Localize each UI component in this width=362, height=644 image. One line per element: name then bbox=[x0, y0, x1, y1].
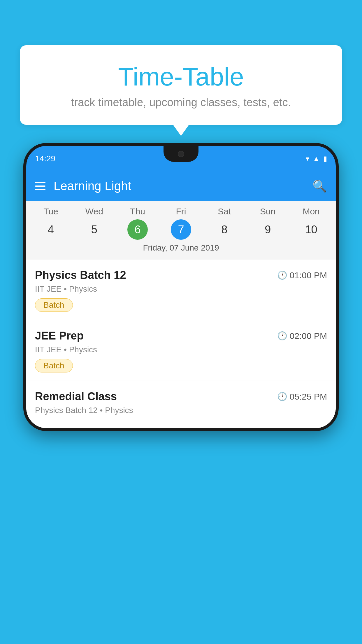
status-bar: 14:29 ▾ ▲ ▮ bbox=[26, 146, 336, 172]
day-header-sun[interactable]: Sun bbox=[246, 206, 289, 216]
date-5[interactable]: 5 bbox=[73, 219, 116, 240]
schedule-time-label-1: 01:00 PM bbox=[290, 270, 327, 280]
selected-date-label: Friday, 07 June 2019 bbox=[29, 243, 333, 257]
status-icons: ▾ ▲ ▮ bbox=[306, 155, 327, 163]
app-title: Learning Light bbox=[54, 179, 312, 193]
day-header-fri[interactable]: Fri bbox=[159, 206, 203, 216]
schedule-time-3: 🕐 05:25 PM bbox=[277, 392, 327, 402]
batch-badge-1: Batch bbox=[35, 298, 73, 312]
schedule-item-2-header: JEE Prep 🕐 02:00 PM bbox=[35, 330, 327, 342]
hamburger-line-1 bbox=[35, 182, 45, 183]
hamburger-line-2 bbox=[35, 186, 45, 187]
schedule-item-1-header: Physics Batch 12 🕐 01:00 PM bbox=[35, 269, 327, 281]
speech-bubble-container: Time-Table track timetable, upcoming cla… bbox=[20, 45, 342, 125]
phone-inner: 14:29 ▾ ▲ ▮ Learning Light 🔍 bbox=[26, 146, 336, 428]
wifi-icon: ▾ bbox=[306, 155, 309, 163]
hamburger-line-3 bbox=[35, 189, 45, 190]
schedule-title-3: Remedial Class bbox=[35, 390, 117, 403]
schedule-item-3-header: Remedial Class 🕐 05:25 PM bbox=[35, 390, 327, 403]
day-header-thu[interactable]: Thu bbox=[116, 206, 159, 216]
day-numbers: 4 5 6 7 8 9 10 bbox=[29, 219, 333, 240]
schedule-title-2: JEE Prep bbox=[35, 330, 84, 342]
camera-dot bbox=[178, 151, 184, 157]
schedule-sub-1: IIT JEE • Physics bbox=[35, 284, 327, 294]
status-time: 14:29 bbox=[35, 154, 55, 163]
schedule-time-1: 🕐 01:00 PM bbox=[277, 270, 327, 280]
app-header: Learning Light 🔍 bbox=[26, 172, 336, 201]
schedule-item-3[interactable]: Remedial Class 🕐 05:25 PM Physics Batch … bbox=[26, 381, 336, 428]
phone-wrapper: 14:29 ▾ ▲ ▮ Learning Light 🔍 bbox=[23, 143, 339, 644]
battery-icon: ▮ bbox=[323, 155, 327, 163]
schedule-time-label-2: 02:00 PM bbox=[290, 331, 327, 341]
date-8[interactable]: 8 bbox=[203, 219, 246, 240]
hamburger-menu-button[interactable] bbox=[35, 182, 45, 190]
clock-icon-1: 🕐 bbox=[277, 270, 287, 280]
schedule-sub-3: Physics Batch 12 • Physics bbox=[35, 406, 327, 415]
clock-icon-2: 🕐 bbox=[277, 331, 287, 341]
date-4[interactable]: 4 bbox=[29, 219, 73, 240]
schedule-item-1[interactable]: Physics Batch 12 🕐 01:00 PM IIT JEE • Ph… bbox=[26, 260, 336, 320]
signal-icon: ▲ bbox=[313, 155, 320, 163]
day-headers: Tue Wed Thu Fri Sat Sun Mon bbox=[29, 206, 333, 216]
schedule-title-1: Physics Batch 12 bbox=[35, 269, 126, 281]
day-header-tue[interactable]: Tue bbox=[29, 206, 73, 216]
calendar-strip: Tue Wed Thu Fri Sat Sun Mon 4 5 6 7 8 9 … bbox=[26, 201, 336, 260]
day-header-mon[interactable]: Mon bbox=[289, 206, 333, 216]
batch-badge-2: Batch bbox=[35, 359, 73, 372]
day-header-sat[interactable]: Sat bbox=[203, 206, 246, 216]
date-10[interactable]: 10 bbox=[289, 219, 333, 240]
schedule-list: Physics Batch 12 🕐 01:00 PM IIT JEE • Ph… bbox=[26, 260, 336, 428]
schedule-item-2[interactable]: JEE Prep 🕐 02:00 PM IIT JEE • Physics Ba… bbox=[26, 320, 336, 381]
schedule-sub-2: IIT JEE • Physics bbox=[35, 345, 327, 354]
schedule-time-label-3: 05:25 PM bbox=[290, 392, 327, 402]
bubble-subtitle: track timetable, upcoming classes, tests… bbox=[34, 96, 328, 109]
clock-icon-3: 🕐 bbox=[277, 392, 287, 401]
notch bbox=[164, 146, 198, 162]
schedule-time-2: 🕐 02:00 PM bbox=[277, 331, 327, 341]
date-9[interactable]: 9 bbox=[246, 219, 289, 240]
search-icon[interactable]: 🔍 bbox=[312, 179, 327, 193]
bubble-title: Time-Table bbox=[34, 63, 328, 91]
phone-mockup: 14:29 ▾ ▲ ▮ Learning Light 🔍 bbox=[23, 143, 339, 431]
date-6-today[interactable]: 6 bbox=[127, 219, 148, 240]
date-7-selected[interactable]: 7 bbox=[171, 219, 191, 240]
day-header-wed[interactable]: Wed bbox=[73, 206, 116, 216]
speech-bubble: Time-Table track timetable, upcoming cla… bbox=[20, 45, 342, 125]
